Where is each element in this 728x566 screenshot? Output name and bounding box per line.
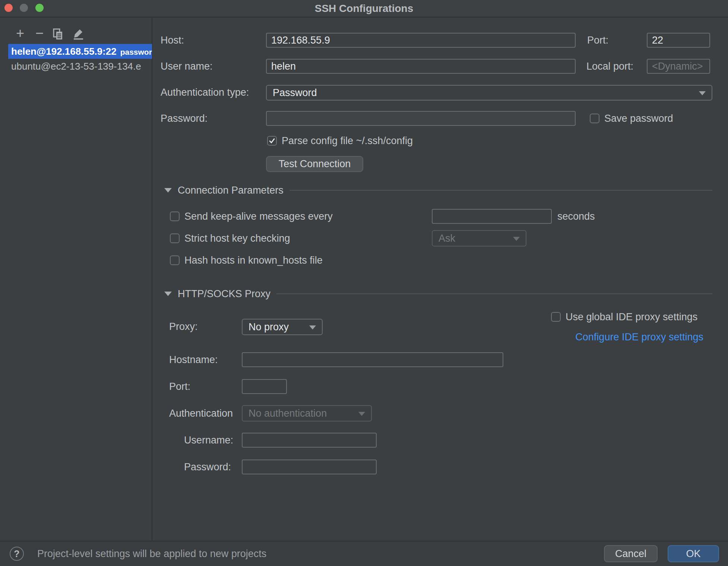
remove-config-button[interactable]: −: [33, 27, 46, 40]
strict-host-key-label: Strict host key checking: [184, 231, 290, 246]
proxy-value: No proxy: [249, 321, 289, 333]
copy-config-icon[interactable]: [51, 28, 65, 42]
save-password-label: Save password: [604, 111, 673, 126]
password-label: Password:: [161, 111, 208, 126]
local-port-label: Local port:: [586, 59, 633, 74]
port-input[interactable]: [647, 33, 710, 48]
config-badge: password: [120, 46, 152, 57]
ok-button[interactable]: OK: [668, 545, 719, 562]
use-global-proxy-checkbox[interactable]: [551, 312, 561, 322]
save-password-checkbox[interactable]: [590, 114, 599, 123]
keep-alive-label: Send keep-alive messages every: [184, 209, 333, 224]
config-name: helen@192.168.55.9:22: [11, 46, 117, 57]
keep-alive-checkbox[interactable]: [170, 212, 180, 221]
auth-type-value: Password: [273, 87, 317, 99]
seconds-label: seconds: [557, 209, 595, 224]
configure-ide-proxy-link[interactable]: Configure IDE proxy settings: [575, 330, 703, 344]
proxy-password-input[interactable]: [242, 460, 377, 474]
status-text: Project-level settings will be applied t…: [37, 541, 266, 566]
close-window-button[interactable]: [4, 4, 13, 12]
collapse-arrow-icon: [164, 188, 172, 193]
parse-config-checkbox[interactable]: [267, 136, 277, 146]
host-label: Host:: [161, 33, 184, 48]
window-title: SSH Configurations: [0, 0, 728, 17]
cancel-button[interactable]: Cancel: [604, 545, 658, 562]
use-global-proxy-label: Use global IDE proxy settings: [566, 309, 697, 324]
proxy-port-input[interactable]: [242, 379, 287, 394]
auth-type-label: Authentication type:: [161, 85, 249, 100]
user-name-label: User name:: [161, 59, 213, 74]
user-name-input[interactable]: [266, 59, 576, 74]
proxy-dropdown[interactable]: No proxy: [242, 319, 323, 335]
section-line: [276, 293, 712, 294]
port-label: Port:: [587, 33, 608, 48]
sidebar-item-helen[interactable]: helen@192.168.55.9:22 password: [8, 44, 152, 59]
collapse-arrow-icon: [164, 292, 172, 296]
auth-type-dropdown[interactable]: Password: [266, 85, 712, 101]
strict-host-key-dropdown[interactable]: Ask: [432, 230, 526, 247]
proxy-hostname-label: Hostname:: [169, 352, 218, 367]
proxy-hostname-input[interactable]: [242, 352, 503, 367]
parse-config-label: Parse config file ~/.ssh/config: [282, 133, 413, 148]
add-config-button[interactable]: +: [13, 27, 27, 40]
proxy-auth-dropdown[interactable]: No authentication: [242, 405, 372, 422]
proxy-username-label: Username:: [184, 433, 233, 448]
proxy-auth-value: No authentication: [249, 408, 327, 419]
edit-config-icon[interactable]: [72, 28, 85, 42]
section-line: [289, 190, 712, 191]
chevron-down-icon: [513, 237, 520, 241]
strict-host-key-value: Ask: [439, 233, 455, 244]
sidebar-item-ubuntu[interactable]: ubuntu@ec2-13-53-139-134.e: [0, 59, 152, 74]
zoom-window-button[interactable]: [35, 4, 44, 12]
chevron-down-icon: [699, 91, 706, 95]
footer-bar: ? Project-level settings will be applied…: [0, 541, 728, 566]
check-icon: [268, 137, 276, 144]
local-port-input[interactable]: [647, 59, 710, 74]
proxy-label: Proxy:: [169, 319, 198, 334]
proxy-auth-label: Authentication: [169, 406, 233, 421]
proxy-section-header[interactable]: HTTP/SOCKS Proxy: [164, 286, 712, 301]
section-title: HTTP/SOCKS Proxy: [178, 288, 270, 300]
minimize-window-button[interactable]: [20, 4, 28, 12]
connection-parameters-header[interactable]: Connection Parameters: [164, 183, 712, 198]
proxy-password-label: Password:: [184, 460, 231, 474]
keep-alive-seconds-input[interactable]: [432, 209, 552, 224]
ssh-configurations-dialog: SSH Configurations + − helen@192.168.55.…: [0, 0, 728, 566]
chevron-down-icon: [309, 325, 316, 330]
password-input[interactable]: [266, 111, 576, 126]
proxy-port-label: Port:: [169, 379, 190, 394]
hash-hosts-label: Hash hosts in known_hosts file: [184, 253, 323, 268]
chevron-down-icon: [358, 412, 365, 416]
host-input[interactable]: [266, 33, 576, 48]
hash-hosts-checkbox[interactable]: [170, 255, 180, 265]
test-connection-button[interactable]: Test Connection: [266, 156, 363, 172]
section-title: Connection Parameters: [178, 185, 284, 196]
titlebar: SSH Configurations: [0, 0, 728, 18]
proxy-username-input[interactable]: [242, 433, 377, 448]
sidebar-divider: [152, 18, 152, 541]
strict-host-key-checkbox[interactable]: [170, 233, 180, 243]
help-icon[interactable]: ?: [10, 547, 24, 561]
